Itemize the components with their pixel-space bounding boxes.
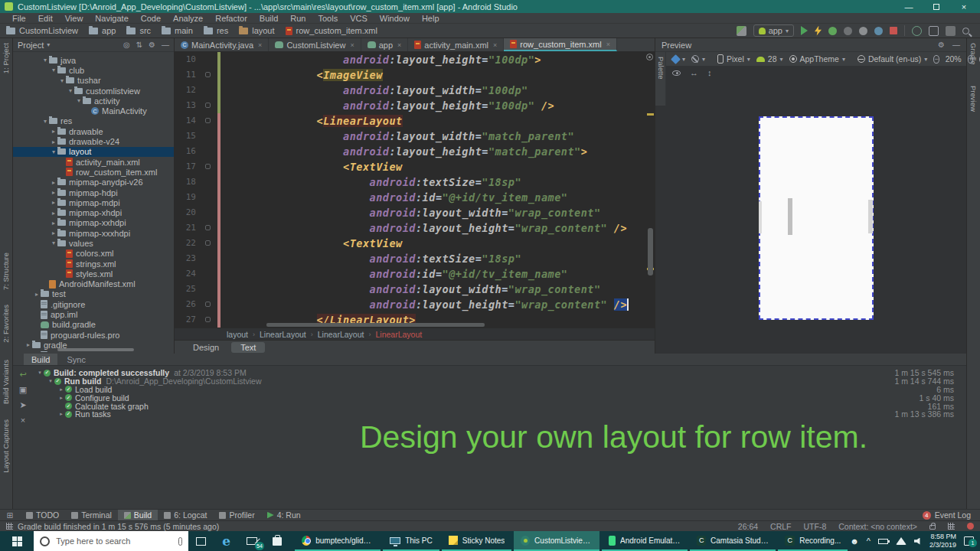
tool-strip--project[interactable]: 1: Project bbox=[2, 43, 10, 73]
minimize-button[interactable]: — bbox=[897, 1, 920, 12]
close-tab-icon[interactable]: × bbox=[258, 41, 262, 49]
menu-item-analyze[interactable]: Analyze bbox=[167, 14, 209, 23]
code-line-10[interactable]: 10 android:layout_height="100dp"> bbox=[175, 52, 655, 67]
tool-strip-build-variants[interactable]: Build Variants bbox=[2, 360, 10, 404]
orientation-select[interactable]: ▾ bbox=[691, 55, 705, 63]
tree-item-club[interactable]: ▾club bbox=[13, 65, 174, 75]
battery-icon[interactable] bbox=[878, 539, 888, 544]
caret-position[interactable]: 26:64 bbox=[738, 522, 758, 531]
store-button[interactable] bbox=[265, 531, 290, 551]
variant-select[interactable]: ▾ bbox=[672, 56, 685, 63]
collapse-all-icon[interactable]: ◎ bbox=[123, 41, 130, 49]
taskbar-app-recording-[interactable]: CRecording... bbox=[778, 531, 848, 551]
zoom-in-button[interactable]: + bbox=[968, 55, 973, 64]
context-indicator[interactable]: Context: <no context> bbox=[838, 522, 917, 531]
tool-window-switcher-icon[interactable]: ⊞ bbox=[0, 510, 20, 520]
start-button[interactable] bbox=[0, 531, 34, 551]
build-tree-item[interactable]: ▸✓Run tasks1 m 13 s 386 ms bbox=[36, 410, 954, 419]
tool-strip-preview[interactable]: Preview bbox=[969, 86, 978, 112]
xml-breadcrumb-item[interactable]: LinearLayout bbox=[260, 330, 306, 339]
wifi-icon[interactable] bbox=[896, 537, 906, 545]
breadcrumb-item[interactable]: app bbox=[89, 26, 116, 35]
taskbar-app-sticky-notes[interactable]: Sticky Notes bbox=[442, 531, 512, 551]
breadcrumb-item[interactable]: row_custom_item.xml bbox=[286, 26, 377, 35]
tree-item-app-iml[interactable]: app.iml bbox=[13, 309, 174, 319]
breadcrumb-item[interactable]: layout bbox=[239, 26, 274, 35]
tree-item-drawable[interactable]: ▸drawable bbox=[13, 126, 174, 136]
tool-strip--favorites[interactable]: 2: Favorites bbox=[2, 305, 10, 343]
menu-item-refactor[interactable]: Refactor bbox=[209, 14, 253, 23]
build-tree-item[interactable]: ▸✓Load build6 ms bbox=[36, 386, 954, 394]
code-line-15[interactable]: 15 android:layout_width="match_parent" bbox=[175, 129, 655, 144]
build-panel-tab-build[interactable]: Build bbox=[24, 354, 57, 365]
tool-window-button-6-logcat[interactable]: 6: Logcat bbox=[158, 510, 213, 521]
code-line-25[interactable]: 25 android:layout_width="wrap_content" bbox=[175, 282, 655, 297]
tool-strip-layout-captures[interactable]: Layout Captures bbox=[2, 419, 10, 473]
show-execution-icon[interactable]: ▣ bbox=[19, 386, 28, 394]
search-everywhere-icon[interactable] bbox=[962, 28, 969, 34]
run-button[interactable] bbox=[801, 26, 808, 35]
tree-item-layout[interactable]: ▾layout bbox=[13, 147, 174, 157]
attach-debugger-icon[interactable] bbox=[874, 27, 883, 35]
build-panel-tab-sync[interactable]: Sync bbox=[59, 354, 93, 365]
editor-scrollbar[interactable] bbox=[648, 228, 653, 276]
tree-item-tushar[interactable]: ▾tushar bbox=[13, 76, 174, 86]
tree-item-values[interactable]: ▾values bbox=[13, 238, 174, 248]
taskbar-app-bumptech-glide-[interactable]: bumptech/glide: ... bbox=[295, 531, 381, 551]
tree-item-mipmap-xhdpi[interactable]: ▸mipmap-xhdpi bbox=[13, 207, 174, 217]
scroll-to-source-icon[interactable]: ⇅ bbox=[136, 41, 142, 49]
close-icon[interactable]: × bbox=[19, 416, 28, 425]
tool-window-button-todo[interactable]: TODO bbox=[20, 510, 65, 521]
code-line-11[interactable]: 11 <ImageView bbox=[175, 67, 655, 83]
tree-item-mipmap-hdpi[interactable]: ▸mipmap-hdpi bbox=[13, 187, 174, 197]
tree-item-test[interactable]: ▸test bbox=[13, 289, 174, 299]
breadcrumb-item[interactable]: main bbox=[162, 26, 193, 35]
taskbar-app-android-emulato-[interactable]: Android Emulato... bbox=[602, 531, 688, 551]
tree-item-proguard-rules-pro[interactable]: proguard-rules.pro bbox=[13, 330, 174, 340]
run-configuration-select[interactable]: app▾ bbox=[753, 24, 794, 37]
close-button[interactable]: × bbox=[952, 1, 975, 12]
apply-changes-icon[interactable] bbox=[815, 26, 822, 36]
tree-item-styles-xml[interactable]: styles.xml bbox=[13, 269, 174, 279]
code-line-16[interactable]: 16 android:layout_height="match_parent"> bbox=[175, 144, 655, 159]
avd-manager-icon[interactable] bbox=[929, 26, 939, 36]
code-line-21[interactable]: 21 android:layout_height="wrap_content" … bbox=[175, 220, 655, 236]
theme-select[interactable]: AppTheme▾ bbox=[789, 54, 845, 64]
taskbar-search-input[interactable]: Type here to search bbox=[34, 531, 188, 551]
close-tab-icon[interactable]: × bbox=[397, 41, 401, 49]
code-line-23[interactable]: 23 android:textSize="18sp" bbox=[175, 251, 655, 266]
palette-tab[interactable]: Palette bbox=[655, 52, 666, 106]
tool-window-button-terminal[interactable]: Terminal bbox=[65, 510, 118, 521]
api-select[interactable]: 28▾ bbox=[756, 54, 783, 64]
build-tree-item[interactable]: ▾✓Run buildD:\Anroid_App_Developing\Cust… bbox=[36, 377, 954, 386]
code-line-17[interactable]: 17 <TextView bbox=[175, 159, 655, 174]
action-center-icon[interactable]: 1 bbox=[964, 536, 974, 546]
tree-item-androidmanifest-xml[interactable]: AndroidManifest.xml bbox=[13, 279, 174, 289]
tree-item-drawable-v24[interactable]: ▸drawable-v24 bbox=[13, 136, 174, 146]
breadcrumb-item[interactable]: src bbox=[126, 26, 151, 35]
menu-item-window[interactable]: Window bbox=[374, 14, 416, 23]
menu-item-file[interactable]: File bbox=[6, 14, 32, 23]
mail-button[interactable]: 54 bbox=[239, 531, 264, 551]
warning-stripe-mark[interactable] bbox=[647, 113, 654, 116]
device-preview[interactable] bbox=[759, 116, 874, 320]
pin-icon[interactable]: ➤ bbox=[19, 401, 28, 409]
tree-item-build-gradle[interactable]: build.gradle bbox=[13, 320, 174, 330]
editor-tab-activity-main-xml[interactable]: activity_main.xml× bbox=[408, 38, 504, 51]
taskbar-app-camtasia-studio-[interactable]: CCamtasia Studio ... bbox=[690, 531, 776, 551]
taskbar-app-this-pc[interactable]: This PC bbox=[383, 531, 439, 551]
code-area[interactable]: 10 android:layout_height="100dp">11 <Ima… bbox=[175, 52, 655, 328]
code-line-14[interactable]: 14 <LinearLayout bbox=[175, 113, 655, 129]
tree-item-mipmap-xxhdpi[interactable]: ▸mipmap-xxhdpi bbox=[13, 218, 174, 228]
profiler-button[interactable] bbox=[859, 27, 867, 35]
build-tree-item[interactable]: ▸✓Configure build1 s 40 ms bbox=[36, 393, 954, 402]
menu-item-help[interactable]: Help bbox=[416, 14, 446, 23]
close-tab-icon[interactable]: × bbox=[350, 41, 354, 49]
inspections-eye-icon[interactable] bbox=[646, 54, 653, 60]
theme-grid-icon[interactable] bbox=[948, 523, 955, 530]
editor-mode-tab-design[interactable]: Design bbox=[184, 342, 228, 353]
rerun-build-icon[interactable]: ↩ bbox=[19, 370, 28, 379]
coverage-button[interactable] bbox=[844, 27, 852, 35]
tree-item-colors-xml[interactable]: colors.xml bbox=[13, 249, 174, 259]
editor-tab-row-custom-item-xml[interactable]: row_custom_item.xml× bbox=[504, 38, 617, 51]
